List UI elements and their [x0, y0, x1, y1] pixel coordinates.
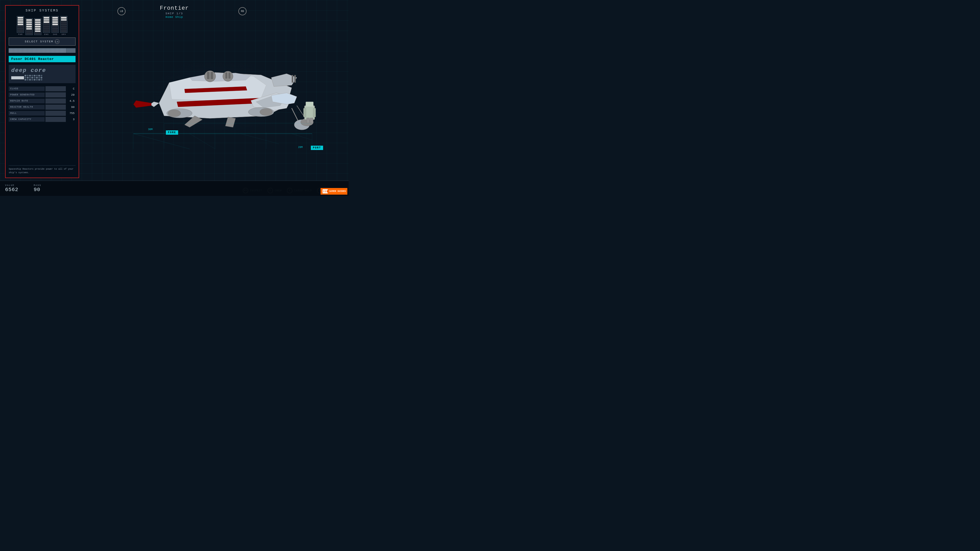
- ship-header: Frontier SHIP 1/3 Home Ship: [160, 5, 189, 19]
- eng-label: ENG: [44, 33, 48, 35]
- value-label: VALUE: [5, 184, 18, 187]
- power-bar-shd: SHD: [52, 16, 59, 35]
- gg-logo-icon: [322, 189, 328, 194]
- fore-distance: 30M: [148, 128, 153, 131]
- par-label: PAR: [18, 33, 22, 35]
- shd-label: SHD: [53, 33, 57, 35]
- home-ship-label: Home Ship: [160, 16, 189, 19]
- stat-value-reactor-health: 90: [67, 106, 76, 109]
- ship-viewport: FORE PORT 30M 28M: [87, 0, 348, 181]
- stat-value-repair: 4.5: [67, 100, 76, 103]
- stat-row-repair: REPAIR RATE 4.5: [9, 98, 76, 103]
- mass-label: MASS: [34, 184, 41, 187]
- selection-progress-bar: [9, 48, 76, 53]
- power-bar-par: PAR: [17, 16, 24, 35]
- stat-label-crew: CREW CAPACITY: [9, 117, 45, 122]
- mass-stat: MASS 90: [34, 184, 41, 192]
- value-stat: VALUE 6562: [5, 184, 18, 192]
- manufacturer-name: deep core: [11, 67, 46, 74]
- selected-item-name: Fusor DC401 Reactor: [9, 56, 76, 62]
- svg-rect-50: [323, 189, 328, 190]
- systems-title: SHIP SYSTEMS: [9, 9, 76, 13]
- svg-rect-34: [307, 118, 310, 123]
- value-number: 6562: [5, 187, 18, 192]
- svg-rect-35: [310, 118, 313, 123]
- left-panel: SHIP SYSTEMS PAR: [5, 5, 79, 178]
- stat-row-power: POWER GENERATED 29: [9, 92, 76, 97]
- stat-row-hull: HULL 755: [9, 111, 76, 116]
- grv-label: GRV: [62, 33, 66, 35]
- watermark-text: GAMER GUIDES: [329, 190, 346, 192]
- ship-number: SHIP 1/3: [160, 12, 189, 15]
- svg-point-15: [223, 71, 233, 81]
- stat-row-crew: CREW CAPACITY 3: [9, 117, 76, 122]
- svg-rect-51: [323, 192, 328, 193]
- stat-label-repair: REPAIR RATE: [9, 99, 45, 103]
- stat-label-hull: HULL: [9, 111, 45, 116]
- svg-rect-13: [207, 72, 210, 79]
- svg-rect-20: [294, 75, 296, 83]
- svg-rect-16: [225, 73, 228, 79]
- ls-badge: LS: [55, 39, 59, 44]
- bottom-bar: VALUE 6562 MASS 90: [0, 181, 348, 196]
- stat-label-reactor-health: REACTOR HEALTH: [9, 105, 45, 110]
- port-distance: 28M: [298, 146, 303, 149]
- ship-name: Frontier: [160, 5, 189, 11]
- stat-row-class: CLASS C: [9, 86, 76, 91]
- rb-button[interactable]: RB: [239, 7, 247, 15]
- ship-svg: [113, 27, 322, 154]
- stat-label-class: CLASS: [9, 86, 45, 91]
- fore-compass-label: FORE: [166, 130, 178, 135]
- svg-rect-33: [313, 108, 316, 117]
- svg-point-12: [204, 71, 216, 82]
- stat-value-power: 29: [67, 94, 76, 97]
- power-bar-2: [25, 18, 33, 35]
- port-compass-label: PORT: [311, 146, 323, 150]
- stat-label-power: POWER GENERATED: [9, 93, 45, 97]
- power-bar-3: [34, 18, 41, 35]
- mass-number: 90: [34, 187, 41, 192]
- stat-row-reactor-health: REACTOR HEALTH 90: [9, 105, 76, 110]
- manufacturer-logo: deep core: [9, 65, 76, 83]
- svg-point-9: [168, 110, 181, 117]
- stat-value-class: C: [67, 87, 76, 90]
- power-bars-container: PAR: [9, 15, 76, 35]
- watermark: GAMER GUIDES: [321, 188, 347, 195]
- stat-value-hull: 755: [67, 112, 76, 115]
- svg-rect-17: [228, 73, 231, 79]
- logo-pattern: [11, 75, 43, 81]
- svg-rect-19: [292, 75, 293, 83]
- power-bar-eng: ENG: [43, 16, 50, 35]
- item-description: Spaceship Reactors provide power to all …: [9, 165, 76, 175]
- svg-line-41: [292, 134, 312, 140]
- power-bar-grv: GRV: [60, 16, 67, 35]
- stat-value-crew: 3: [67, 118, 76, 121]
- select-system-button[interactable]: SELECT SYSTEM LS: [9, 38, 76, 46]
- svg-rect-31: [306, 102, 313, 107]
- svg-rect-14: [210, 72, 213, 79]
- lb-button[interactable]: LB: [118, 7, 126, 15]
- stats-section: CLASS C POWER GENERATED 29 REPAIR RATE 4…: [9, 86, 76, 123]
- svg-point-11: [260, 108, 272, 116]
- svg-rect-32: [304, 108, 306, 117]
